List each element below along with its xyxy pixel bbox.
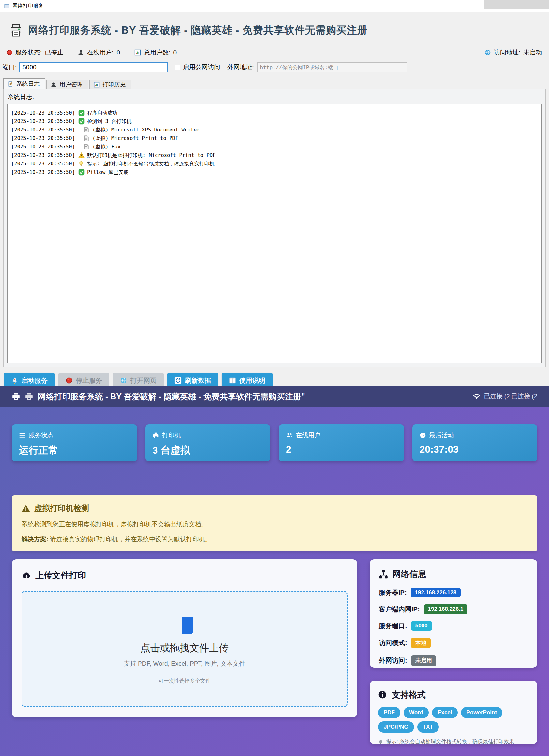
users-card-icon bbox=[286, 432, 292, 439]
external-address-input[interactable] bbox=[257, 62, 407, 72]
printer-icon bbox=[25, 392, 33, 401]
total-users: 总用户数: 0 bbox=[134, 48, 177, 57]
port-row: 端口: 启用公网访问 外网地址: bbox=[3, 62, 549, 72]
log-message: (虚拟) Microsoft XPS Document Writer bbox=[92, 127, 200, 133]
network-row: 客户端内网IP:192.168.226.1 bbox=[379, 604, 528, 614]
chart-icon bbox=[134, 49, 141, 56]
right-column: 网络信息 服务器IP:192.168.226.128客户端内网IP:192.16… bbox=[370, 559, 537, 744]
stat-card-label: 打印机 bbox=[162, 431, 181, 440]
log-message: 默认打印机是虚拟打印机: Microsoft Print to PDF bbox=[87, 152, 216, 159]
stat-card-header: 打印机 bbox=[153, 431, 264, 440]
button-label: 启动服务 bbox=[22, 376, 48, 385]
info-icon bbox=[378, 690, 387, 700]
warning-line2: 解决方案: 请连接真实的物理打印机，并在系统中设置为默认打印机。 bbox=[22, 535, 527, 544]
tab-history-icon bbox=[94, 82, 100, 88]
stat-card: 服务状态运行正常 bbox=[12, 424, 137, 461]
online-users: 在线用户: 0 bbox=[78, 48, 120, 57]
public-access-toggle[interactable]: 启用公网访问 bbox=[175, 63, 220, 71]
log-check bbox=[78, 110, 85, 116]
status-dot-icon bbox=[7, 50, 12, 55]
warning-icon bbox=[22, 504, 30, 513]
printer-icon bbox=[9, 23, 23, 37]
log-timestamp: [2025-10-23 20:35:50] bbox=[11, 135, 75, 141]
format-badge: Excel bbox=[432, 707, 457, 718]
port-input[interactable] bbox=[19, 62, 168, 72]
warning-solution-text: 请连接真实的物理打印机，并在系统中设置为默认打印机。 bbox=[50, 536, 211, 543]
public-access-checkbox[interactable] bbox=[175, 65, 180, 70]
button-label: 打开网页 bbox=[130, 376, 157, 385]
network-row: 外网访问:未启用 bbox=[379, 655, 528, 666]
access-address: 访问地址: 未启动 bbox=[484, 48, 542, 57]
titlebar-corner bbox=[484, 0, 549, 9]
stat-card-header: 最后活动 bbox=[419, 431, 530, 440]
refresh-icon bbox=[175, 377, 182, 384]
window-title: 网络打印服务 bbox=[12, 3, 44, 9]
clock-card-icon bbox=[419, 432, 426, 439]
format-badges: PDFWordExcelPowerPointJPG/PNGTXT bbox=[378, 707, 529, 733]
online-users-value: 0 bbox=[117, 49, 120, 56]
upload-panel: 上传文件打印 点击或拖拽文件上传 支持 PDF, Word, Excel, PP… bbox=[12, 559, 357, 717]
file-dropzone[interactable]: 点击或拖拽文件上传 支持 PDF, Word, Excel, PPT, 图片, … bbox=[22, 591, 347, 707]
format-badge: PDF bbox=[378, 707, 400, 718]
stat-card-label: 最后活动 bbox=[429, 431, 454, 440]
network-row-badge: 未启用 bbox=[411, 655, 436, 666]
tab-pane: 系统日志: [2025-10-23 20:35:50]程序启动成功[2025-1… bbox=[3, 89, 546, 367]
service-status: 服务状态: 已停止 bbox=[7, 48, 63, 57]
log-bulb bbox=[78, 161, 85, 167]
log-message: (虚拟) Fax bbox=[92, 144, 121, 150]
file-upload-icon bbox=[176, 613, 193, 634]
wifi-icon bbox=[473, 393, 480, 400]
network-panel-title: 网络信息 bbox=[392, 568, 426, 580]
network-row-label: 访问模式: bbox=[379, 639, 407, 647]
log-doc bbox=[84, 127, 90, 133]
screen: 网络打印服务 网络打印服务系统 - BY 吾爱破解 - 隐藏英雄 - 免费共享软… bbox=[0, 0, 549, 756]
log-timestamp: [2025-10-23 20:35:50] bbox=[11, 110, 75, 116]
stat-card: 在线用户2 bbox=[279, 424, 404, 461]
log-message: 检测到 3 台打印机 bbox=[87, 118, 132, 125]
log-timestamp: [2025-10-23 20:35:50] bbox=[11, 152, 75, 158]
network-rows: 服务器IP:192.168.226.128客户端内网IP:192.168.226… bbox=[379, 588, 528, 666]
log-message: 提示: 虚拟打印机不会输出纸质文档，请连接真实打印机 bbox=[87, 161, 215, 167]
stat-cards: 服务状态运行正常打印机3 台虚拟在线用户2最后活动20:37:03 bbox=[12, 424, 537, 461]
network-row-label: 外网访问: bbox=[379, 656, 407, 665]
stat-card-header: 在线用户 bbox=[286, 431, 397, 440]
button-label: 停止服务 bbox=[76, 376, 102, 385]
log-label: 系统日志: bbox=[4, 89, 545, 104]
book-icon bbox=[229, 377, 236, 384]
access-address-value: 未启动 bbox=[523, 48, 542, 57]
log-check bbox=[78, 169, 85, 176]
tab-用户管理[interactable]: 用户管理 bbox=[46, 80, 88, 89]
log-doc bbox=[84, 135, 90, 142]
formats-panel-title: 支持格式 bbox=[392, 689, 426, 701]
stat-card: 最后活动20:37:03 bbox=[412, 424, 538, 461]
tab-label: 用户管理 bbox=[59, 81, 83, 88]
formats-tip-text: 提示: 系统会自动处理文件格式转换，确保最佳打印效果 bbox=[386, 738, 514, 745]
dropzone-formats-text: 支持 PDF, Word, Excel, PPT, 图片, 文本文件 bbox=[124, 659, 245, 668]
printer-card-icon bbox=[153, 432, 159, 439]
log-entry: [2025-10-23 20:35:50](虚拟) Microsoft Prin… bbox=[11, 134, 538, 143]
log-check bbox=[78, 118, 85, 125]
web-header: 网络打印服务系统 - BY 吾爱破解 - 隐藏英雄 - 免费共享软件无需购买注册… bbox=[0, 386, 549, 407]
network-icon bbox=[379, 570, 388, 579]
format-badge: JPG/PNG bbox=[378, 721, 414, 733]
system-log-box[interactable]: [2025-10-23 20:35:50]程序启动成功[2025-10-23 2… bbox=[8, 104, 541, 363]
virtual-printer-warning: 虚拟打印机检测 系统检测到您正在使用虚拟打印机，虚拟打印机不会输出纸质文档。 解… bbox=[12, 495, 537, 551]
tab-users-icon bbox=[51, 82, 57, 88]
tab-系统日志[interactable]: 系统日志 bbox=[3, 78, 45, 89]
log-timestamp: [2025-10-23 20:35:50] bbox=[11, 161, 75, 167]
port-label: 端口: bbox=[3, 63, 17, 71]
service-status-label: 服务状态: bbox=[15, 48, 42, 57]
total-users-value: 0 bbox=[173, 49, 177, 56]
stat-card-value: 20:37:03 bbox=[419, 444, 530, 455]
button-label: 使用说明 bbox=[239, 376, 266, 385]
tab-打印历史[interactable]: 打印历史 bbox=[89, 80, 131, 89]
globe-light-icon bbox=[120, 377, 127, 384]
log-entry: [2025-10-23 20:35:50]Pillow 库已安装 bbox=[11, 168, 538, 177]
warning-line1: 系统检测到您正在使用虚拟打印机，虚拟打印机不会输出纸质文档。 bbox=[22, 520, 527, 529]
access-address-label: 访问地址: bbox=[494, 48, 520, 57]
log-entry: [2025-10-23 20:35:50]程序启动成功 bbox=[11, 109, 538, 117]
log-timestamp: [2025-10-23 20:35:50] bbox=[11, 169, 75, 175]
public-access-label: 启用公网访问 bbox=[183, 63, 220, 71]
button-label: 刷新数据 bbox=[185, 376, 211, 385]
log-warn bbox=[78, 152, 85, 159]
